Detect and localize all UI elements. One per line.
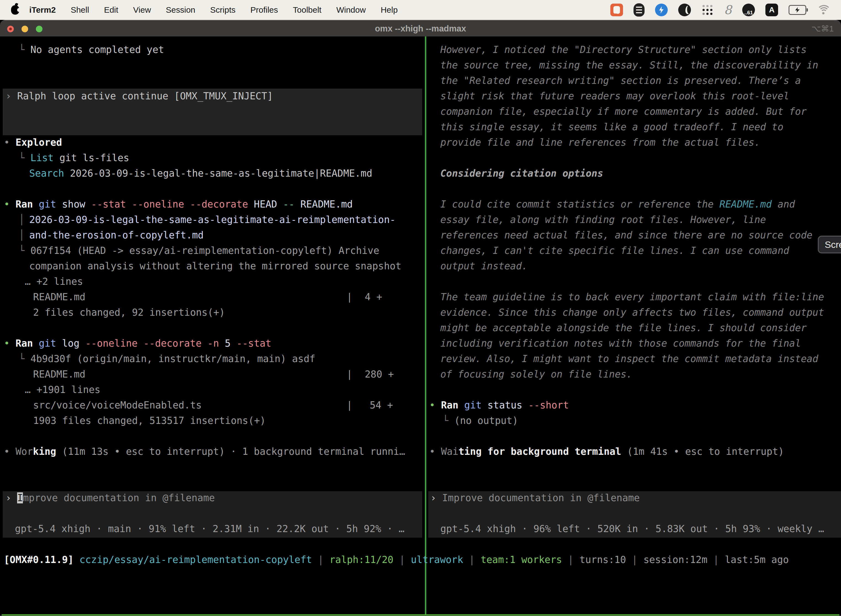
terminal-line: • Ran git show --stat --oneline --decora… bbox=[4, 197, 353, 212]
blue-bolt-icon[interactable] bbox=[655, 4, 668, 16]
terminal-line: changes, I can't cite specific file line… bbox=[440, 243, 789, 258]
menu-item-profiles[interactable]: Profiles bbox=[250, 5, 278, 15]
terminal-line: including verification notes with those … bbox=[440, 336, 801, 351]
terminal-line: evidence. Since this change only affects… bbox=[440, 305, 824, 320]
terminal-line: • Waiting for background terminal (1m 41… bbox=[429, 444, 784, 459]
terminal-line: companion analysis without altering the … bbox=[29, 258, 401, 274]
terminal-line: › Ralph loop active continue [OMX_TMUX_I… bbox=[6, 88, 273, 104]
terminal-line: I could cite commit statistics or refere… bbox=[440, 197, 795, 212]
terminal-line: README.md|4 + bbox=[33, 289, 85, 305]
terminal-line: • Working (11m 13s • esc to interrupt) ·… bbox=[4, 444, 405, 459]
menu-item-scripts[interactable]: Scripts bbox=[210, 5, 236, 15]
terminal-line: references need actual files, and since … bbox=[440, 227, 813, 243]
terminal-line: provide file and line references from th… bbox=[440, 135, 760, 150]
iterm2-window: omx --xhigh --madmax ⌥⌘1 └ No agents com… bbox=[0, 20, 841, 616]
terminal-line: [OMX#0.11.9] cczip/essay/ai-reimplementa… bbox=[4, 552, 789, 568]
macos-menu-bar: iTerm2ShellEditViewSessionScriptsProfile… bbox=[0, 0, 841, 20]
menu-item-shell[interactable]: Shell bbox=[70, 5, 89, 15]
terminal-line: 2 files changed, 92 insertions(+) bbox=[33, 305, 225, 320]
dots-grid-icon[interactable] bbox=[701, 4, 714, 16]
terminal-line: gpt-5.4 xhigh · 96% left · 520K in · 5.8… bbox=[440, 521, 824, 537]
terminal-line: the source tree, missing the essay. Stil… bbox=[440, 57, 818, 73]
terminal-line: › Improve documentation in @filename bbox=[431, 490, 640, 506]
menu-items: iTerm2ShellEditViewSessionScriptsProfile… bbox=[19, 5, 405, 15]
terminal-line: of focusing solely on file lines. bbox=[440, 367, 632, 382]
terminal-line: might be acceptable alongside the file l… bbox=[440, 320, 807, 336]
squiggle-8-icon[interactable]: 8 bbox=[724, 4, 732, 16]
terminal-line: 1903 files changed, 513517 insertions(+) bbox=[33, 413, 266, 428]
terminal-line: the "Related research writing" section i… bbox=[440, 73, 801, 88]
shield-grid-icon[interactable] bbox=[633, 3, 645, 16]
terminal-line: companion file, especially if more comme… bbox=[440, 104, 807, 119]
terminal-line: review. Also, I might want to inspect th… bbox=[440, 351, 818, 367]
terminal-line: … +2 lines bbox=[25, 274, 83, 289]
menu-status-icons: 8 ..61 A bbox=[610, 3, 841, 16]
screen-share-pill-label: Scre bbox=[825, 239, 841, 250]
terminal-line: However, I noticed the "Directory Struct… bbox=[440, 42, 807, 57]
terminal-line: Search 2026-03-09-is-legal-the-same-as-l… bbox=[29, 166, 372, 181]
terminal-lines-layer: └ No agents completed yet› Ralph loop ac… bbox=[0, 20, 841, 616]
terminal-line: │2026-03-09-is-legal-the-same-as-legitim… bbox=[19, 212, 25, 227]
screen-share-pill[interactable]: Scre bbox=[818, 236, 841, 253]
terminal-line: gpt-5.4 xhigh · main · 91% left · 2.31M … bbox=[15, 521, 404, 537]
pie-circle-icon[interactable] bbox=[678, 4, 691, 16]
terminal-line: this single essay, it seems like a good … bbox=[440, 119, 783, 135]
terminal-line: README.md|280 + bbox=[33, 367, 85, 382]
terminal-line: └ (no output) bbox=[442, 413, 518, 428]
menu-item-toolbelt[interactable]: Toolbelt bbox=[293, 5, 321, 15]
terminal-line: src/voice/voiceModeEnabled.ts|54 + bbox=[33, 397, 202, 413]
menu-item-iterm2[interactable]: iTerm2 bbox=[29, 5, 56, 15]
terminal-line: └ No agents completed yet bbox=[19, 42, 164, 57]
menu-item-session[interactable]: Session bbox=[166, 5, 195, 15]
terminal-line: essay file, along with finding root file… bbox=[440, 212, 766, 227]
battery-charging-icon[interactable] bbox=[788, 5, 806, 15]
apple-menu-icon[interactable] bbox=[11, 5, 19, 15]
terminal-line: The team guideline is to back every impo… bbox=[440, 289, 824, 305]
terminal-line: └ 067f154 (HEAD -> essay/ai-reimplementa… bbox=[19, 243, 379, 258]
menu-item-edit[interactable]: Edit bbox=[104, 5, 119, 15]
terminal-line: └ 4b9d30f (origin/main, instructkr/main,… bbox=[19, 351, 315, 367]
a-square-icon[interactable]: A bbox=[765, 4, 778, 16]
battery-percent-icon[interactable]: ..61 bbox=[742, 4, 755, 16]
terminal-line: └ List git ls-files bbox=[19, 150, 129, 166]
chat-app-icon[interactable] bbox=[610, 4, 623, 16]
menu-item-view[interactable]: View bbox=[133, 5, 151, 15]
terminal-line: Considering citation options bbox=[440, 166, 603, 181]
terminal-line: … +1901 lines bbox=[25, 382, 100, 397]
terminal-line: slight risk that future readers may over… bbox=[440, 88, 789, 104]
terminal-line: • Ran git status --short bbox=[429, 397, 569, 413]
terminal-line: • Ran git log --oneline --decorate -n 5 … bbox=[4, 336, 271, 351]
terminal-line: │and-the-erosion-of-copyleft.md bbox=[19, 227, 25, 243]
terminal-content[interactable]: └ No agents completed yet› Ralph loop ac… bbox=[0, 37, 841, 616]
terminal-line: › Improve documentation in @filename bbox=[6, 490, 215, 506]
terminal-line: • Explored bbox=[4, 135, 62, 150]
menu-item-help[interactable]: Help bbox=[381, 5, 398, 15]
terminal-line: output instead. bbox=[440, 258, 527, 274]
wifi-icon[interactable] bbox=[817, 4, 830, 15]
menu-item-window[interactable]: Window bbox=[336, 5, 366, 15]
